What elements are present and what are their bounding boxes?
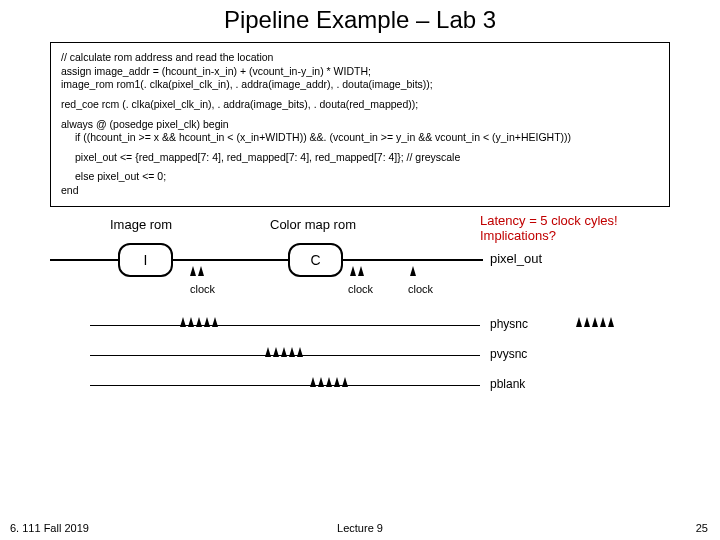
code-line: always @ (posedge pixel_clk) begin [61, 118, 659, 132]
delay-arrows-icon [180, 313, 220, 331]
pipeline-diagram: Image rom Color map rom Latency = 5 cloc… [50, 217, 670, 307]
color-rom-block: C [288, 243, 343, 277]
image-rom-block: I [118, 243, 173, 277]
footer-center: Lecture 9 [0, 522, 720, 534]
signal-diagram: physnc pvysnc pblank [50, 307, 670, 447]
delay-arrows-icon [576, 313, 616, 331]
code-line: else pixel_out <= 0; [61, 170, 659, 184]
page-title: Pipeline Example – Lab 3 [0, 0, 720, 34]
clock-arrows-icon [410, 262, 418, 280]
footer-page-number: 25 [696, 522, 708, 534]
wire [50, 259, 118, 261]
code-line: end [61, 184, 659, 198]
delay-arrows-icon [265, 343, 305, 361]
pblank-label: pblank [490, 377, 525, 391]
latency-line1: Latency = 5 clock cyles! [480, 213, 618, 229]
wire [343, 259, 483, 261]
pixel-out-label: pixel_out [490, 251, 542, 266]
code-block: // calculate rom address and read the lo… [50, 42, 670, 207]
color-rom-label: Color map rom [270, 217, 356, 232]
code-line: image_rom rom1(. clka(pixel_clk_in), . a… [61, 78, 659, 92]
code-line: if ((hcount_in >= x && hcount_in < (x_in… [61, 131, 659, 145]
latency-note: Latency = 5 clock cyles! Implications? [480, 213, 618, 244]
clock-label: clock [190, 283, 215, 295]
wire [173, 259, 288, 261]
signal-wire [90, 385, 480, 386]
latency-line2: Implications? [480, 228, 618, 244]
signal-wire [90, 325, 480, 326]
code-line: // calculate rom address and read the lo… [61, 51, 659, 65]
clock-label: clock [348, 283, 373, 295]
code-line: red_coe rcm (. clka(pixel_clk_in), . add… [61, 98, 659, 112]
code-line: assign image_addr = (hcount_in-x_in) + (… [61, 65, 659, 79]
code-line: pixel_out <= {red_mapped[7: 4], red_mapp… [61, 151, 659, 165]
clock-arrows-icon [190, 262, 206, 280]
clock-arrows-icon [350, 262, 366, 280]
physnc-label: physnc [490, 317, 528, 331]
image-rom-label: Image rom [110, 217, 172, 232]
pvysnc-label: pvysnc [490, 347, 527, 361]
clock-label: clock [408, 283, 433, 295]
delay-arrows-icon [310, 373, 350, 391]
